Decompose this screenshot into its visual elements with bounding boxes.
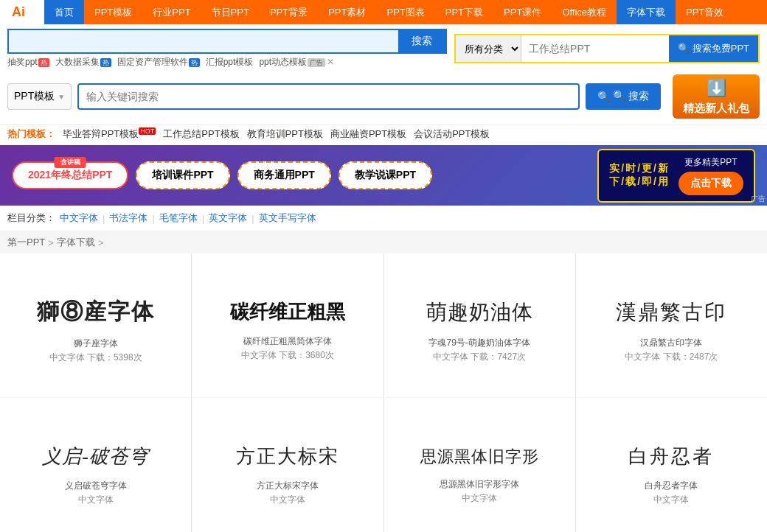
gift-icon: ⬇️ [707, 76, 726, 100]
font-meta-fangzheng: 中文字体 [270, 494, 305, 506]
nav-item-font-download[interactable]: 字体下载 [617, 0, 676, 24]
banner-extra-text: 更多精美PPT [684, 156, 737, 169]
banner-pill-2021[interactable]: 含讲稿 2021年终总结PPT [12, 161, 128, 189]
template-search-button[interactable]: 🔍 🔍 搜索 [586, 83, 661, 110]
font-meta-siyuan: 中文字体 [462, 492, 497, 505]
font-name-ancient: 汉鼎繁古印字体 [640, 337, 702, 349]
ad-label: 广告 [751, 194, 766, 204]
hot-item-finance[interactable]: 商业融资PPT模板 [330, 127, 406, 141]
font-display-carbon: 碳纤维正粗黑 [230, 299, 345, 325]
font-meta-lion: 中文字体 下载：5398次 [49, 351, 142, 364]
font-card-lion[interactable]: 獅⑧産字体 狮子座字体 中文字体 下载：5398次 [0, 253, 191, 397]
banner-download-button[interactable]: 点击下载 [678, 172, 743, 195]
nav-item-holiday-ppt[interactable]: 节日PPT [201, 0, 260, 24]
font-card-ninja[interactable]: 白舟忍者 白舟忍者字体 中文字体 [576, 398, 767, 532]
quick-link-report[interactable]: 汇报ppt模板 [206, 56, 254, 69]
template-selector[interactable]: PPT模板 ▼ [7, 83, 72, 110]
breadcrumb-home[interactable]: 第一PPT [7, 236, 45, 249]
font-meta-ancient: 中文字体 下载：2487次 [625, 351, 718, 363]
hot-item-thesis[interactable]: 毕业答辩PPT模板HOT [63, 127, 156, 141]
nav-item-ppt-charts[interactable]: PPT图表 [376, 0, 434, 24]
nav-item-industry-ppt[interactable]: 行业PPT [142, 0, 201, 24]
font-card-fangzheng[interactable]: 方正大标宋 方正大标宋字体 中文字体 [192, 398, 383, 532]
search-icon: 🔍 [597, 91, 610, 102]
font-name-ninja: 白舟忍者字体 [645, 480, 698, 492]
nav-item-ppt-sound[interactable]: PPT音效 [676, 0, 734, 24]
banner-right-text1: 实/时/更/新 [609, 162, 670, 175]
font-name-fangzheng: 方正大标宋字体 [257, 480, 319, 492]
banner-right-text2: 下/载/即/用 [609, 175, 670, 189]
banner-pill-teaching[interactable]: 教学说课PPT [339, 161, 432, 189]
font-name-pocang: 义启破苍穹字体 [65, 480, 127, 492]
cat-nav-label: 栏目分类： [7, 211, 55, 225]
cat-chinese[interactable]: 中文字体 [60, 211, 98, 225]
font-name-cute: 字魂79号-萌趣奶油体字体 [428, 337, 530, 349]
font-meta-cute: 中文字体 下载：7427次 [433, 351, 526, 363]
nav-item-ppt-elements[interactable]: PPT素材 [318, 0, 376, 24]
nav-item-office-tutorial[interactable]: Office教程 [552, 0, 617, 24]
font-display-cute: 萌趣奶油体 [426, 298, 533, 326]
logo[interactable]: Ai [0, 0, 44, 24]
nav-item-ppt-download[interactable]: PPT下载 [435, 0, 493, 24]
top-search-input[interactable] [9, 30, 398, 52]
banner-pill-business[interactable]: 商务通用PPT [237, 161, 331, 189]
quick-link-dynamic[interactable]: ppt动态模板广告✕ [259, 56, 334, 69]
quick-link-assets[interactable]: 固定资产管理软件热 [117, 56, 200, 69]
nav-item-ppt-templates[interactable]: PPT模板 [84, 0, 142, 24]
font-display-siyuan: 思源黑体旧字形 [420, 446, 539, 468]
banner-pill-training[interactable]: 培训课件PPT [136, 161, 229, 189]
cat-english[interactable]: 英文字体 [209, 211, 247, 225]
breadcrumb-font[interactable]: 字体下载 [57, 236, 95, 249]
font-display-ninja: 白舟忍者 [628, 444, 714, 469]
font-name-lion: 狮子座字体 [74, 337, 118, 350]
quick-link-lottery[interactable]: 抽奖ppt热 [7, 56, 49, 69]
font-card-siyuan[interactable]: 思源黑体旧字形 思源黑体旧字形字体 中文字体 [384, 398, 575, 532]
nav-item-ppt-class[interactable]: PPT课件 [493, 0, 552, 24]
font-display-ancient: 漢鼎繁古印 [616, 298, 726, 326]
template-search-input[interactable] [77, 83, 580, 110]
pill-badge: 含讲稿 [55, 157, 86, 168]
right-search-input[interactable] [521, 35, 669, 62]
font-display-lion: 獅⑧産字体 [37, 297, 155, 327]
hot-item-conference[interactable]: 会议活动PPT模板 [414, 127, 490, 141]
font-display-fangzheng: 方正大标宋 [236, 444, 339, 469]
font-meta-ninja: 中文字体 [653, 494, 689, 506]
cat-brush[interactable]: 毛笔字体 [159, 211, 198, 225]
font-card-cute[interactable]: 萌趣奶油体 字魂79号-萌趣奶油体字体 中文字体 下载：7427次 [384, 253, 575, 397]
font-meta-carbon: 中文字体 下载：3680次 [241, 349, 334, 362]
chevron-down-icon: ▼ [58, 93, 65, 101]
font-card-carbon[interactable]: 碳纤维正粗黑 碳纤维正粗黑简体字体 中文字体 下载：3680次 [192, 253, 383, 397]
close-icon[interactable]: ✕ [327, 57, 334, 67]
font-display-pocang: 义启-破苍穹 [42, 444, 149, 469]
category-select[interactable]: 所有分类 [456, 35, 521, 62]
font-meta-pocang: 中文字体 [78, 494, 114, 506]
font-name-carbon: 碳纤维正粗黑简体字体 [243, 335, 332, 348]
gift-button[interactable]: ⬇️ 精选新人礼包 [673, 74, 760, 119]
font-name-siyuan: 思源黑体旧字形字体 [440, 478, 519, 491]
nav-item-home[interactable]: 首页 [44, 0, 84, 24]
font-card-ancient[interactable]: 漢鼎繁古印 汉鼎繁古印字体 中文字体 下载：2487次 [576, 253, 767, 397]
cat-english-handwriting[interactable]: 英文手写字体 [259, 211, 316, 225]
quick-link-bigdata[interactable]: 大数据采集热 [55, 56, 111, 69]
nav-item-ppt-bg[interactable]: PPT背景 [260, 0, 318, 24]
cat-calligraphy[interactable]: 书法字体 [109, 211, 148, 225]
right-search-button[interactable]: 🔍 搜索免费PPT [669, 35, 758, 62]
top-search-button[interactable]: 搜索 [398, 30, 445, 52]
font-card-pocang[interactable]: 义启-破苍穹 义启破苍穹字体 中文字体 [0, 398, 191, 532]
hot-templates-label: 热门模板： [7, 127, 55, 141]
hot-item-summary[interactable]: 工作总结PPT模板 [163, 127, 239, 141]
hot-item-education[interactable]: 教育培训PPT模板 [247, 127, 323, 141]
